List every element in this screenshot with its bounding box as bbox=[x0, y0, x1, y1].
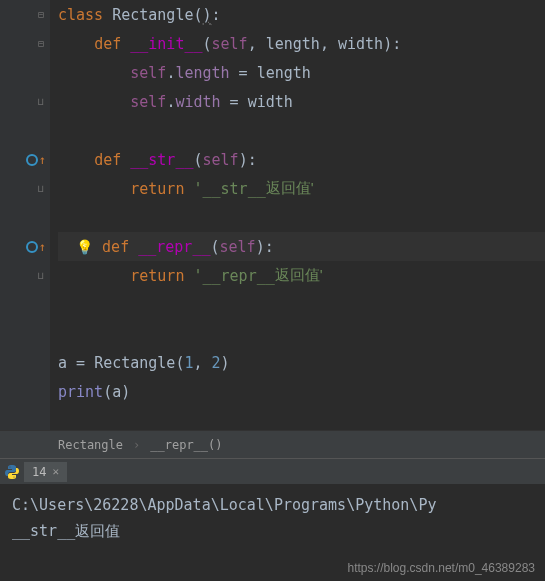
override-icon[interactable] bbox=[25, 153, 39, 167]
breadcrumb[interactable]: Rectangle › __repr__() bbox=[0, 430, 545, 458]
fold-end-icon: ⊔ bbox=[36, 271, 46, 281]
keyword: def bbox=[94, 151, 121, 169]
run-tab-bar: 14 ✕ bbox=[0, 458, 545, 484]
close-icon[interactable]: ✕ bbox=[52, 465, 59, 478]
gutter: ⊟ ⊟ ⊔ ↑ ⊔ ↑ ⊔ bbox=[0, 0, 50, 430]
lightbulb-icon[interactable]: 💡 bbox=[76, 239, 93, 255]
tab-label: 14 bbox=[32, 465, 46, 479]
function-name: __init__ bbox=[130, 35, 202, 53]
terminal-line: __str__返回值 bbox=[12, 518, 533, 544]
fold-icon[interactable]: ⊟ bbox=[36, 10, 46, 20]
fold-end-icon: ⊔ bbox=[36, 184, 46, 194]
code-editor[interactable]: ⊟ ⊟ ⊔ ↑ ⊔ ↑ ⊔ class Rectangle(): def __i… bbox=[0, 0, 545, 430]
fold-icon[interactable]: ⊟ bbox=[36, 39, 46, 49]
arrow-up-icon: ↑ bbox=[39, 240, 46, 254]
code-area[interactable]: class Rectangle(): def __init__(self, le… bbox=[50, 0, 545, 430]
fold-end-icon: ⊔ bbox=[36, 97, 46, 107]
keyword: return bbox=[130, 267, 184, 285]
keyword: def bbox=[94, 35, 121, 53]
override-icon[interactable] bbox=[25, 240, 39, 254]
breadcrumb-item[interactable]: Rectangle bbox=[58, 438, 123, 452]
keyword: def bbox=[102, 238, 129, 256]
arrow-up-icon: ↑ bbox=[39, 153, 46, 167]
run-tab[interactable]: 14 ✕ bbox=[24, 462, 67, 482]
function-name: __repr__ bbox=[138, 238, 210, 256]
current-line: 💡 def __repr__(self): bbox=[58, 232, 545, 261]
builtin: print bbox=[58, 383, 103, 401]
terminal-line: C:\Users\26228\AppData\Local\Programs\Py… bbox=[12, 492, 533, 518]
breadcrumb-item[interactable]: __repr__() bbox=[150, 438, 222, 452]
chevron-right-icon: › bbox=[133, 438, 140, 452]
keyword: return bbox=[130, 180, 184, 198]
python-icon bbox=[4, 464, 20, 480]
class-name: Rectangle bbox=[112, 6, 193, 24]
watermark: https://blog.csdn.net/m0_46389283 bbox=[348, 561, 535, 575]
keyword: class bbox=[58, 6, 103, 24]
function-name: __str__ bbox=[130, 151, 193, 169]
